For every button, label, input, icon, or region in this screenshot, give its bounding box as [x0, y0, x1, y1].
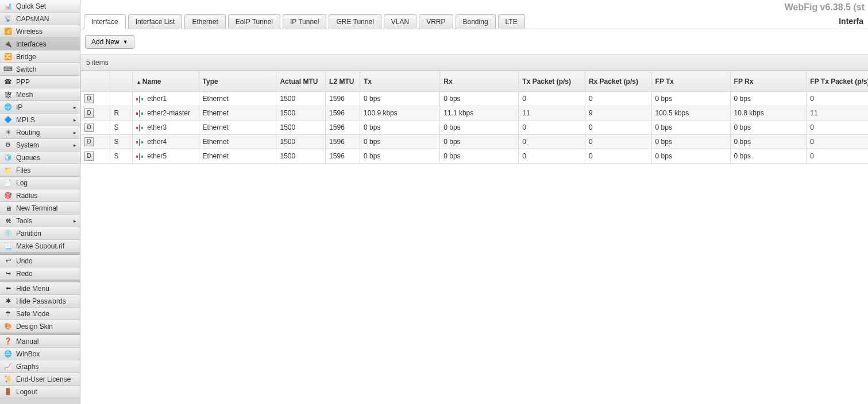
table-row[interactable]: DS ether3Ethernet150015960 bps0 bps000 b…	[81, 121, 869, 135]
sidebar-item-graphs[interactable]: 📈Graphs	[0, 360, 80, 373]
tab-interface[interactable]: Interface	[84, 14, 126, 29]
cell: 11	[519, 106, 585, 121]
cell: Ethernet	[199, 92, 276, 106]
svg-rect-8	[139, 125, 140, 131]
sidebar-item-redo[interactable]: ↪Redo	[0, 267, 80, 280]
sidebar-item-label: Safe Mode	[16, 310, 49, 318]
disable-button[interactable]: D	[84, 108, 94, 118]
col-header[interactable]: L2 MTU	[326, 71, 360, 92]
sidebar-item-ip[interactable]: 🌐IP▸	[0, 101, 80, 114]
cell: R	[110, 106, 133, 121]
col-header[interactable]: Type	[199, 71, 276, 92]
sidebar-item-logout[interactable]: 🚪Logout	[0, 386, 80, 398]
sidebar-item-hide-passwords[interactable]: ✱Hide Passwords	[0, 295, 80, 308]
table-row[interactable]: DS ether4Ethernet150015960 bps0 bps000 b…	[81, 135, 869, 149]
col-header[interactable]	[110, 71, 133, 92]
sidebar-item-ppp[interactable]: ☎PPP	[0, 76, 80, 88]
svg-rect-0	[136, 98, 138, 100]
cell: 1500	[276, 135, 326, 149]
col-header[interactable]: ▲Name	[132, 71, 199, 92]
sidebar-item-switch[interactable]: ⌨Switch	[0, 63, 80, 76]
tab-vlan[interactable]: VLAN	[384, 14, 416, 29]
col-header[interactable]: Tx	[360, 71, 440, 92]
hide-menu-icon: ⬅	[3, 284, 13, 293]
sidebar-item-system[interactable]: ⚙System▸	[0, 139, 80, 152]
table-row[interactable]: DR ether2-masterEthernet15001596100.9 kb…	[81, 106, 869, 121]
tab-bonding[interactable]: Bonding	[456, 14, 496, 29]
table-row[interactable]: D ether1Ethernet150015960 bps0 bps000 bp…	[81, 92, 869, 106]
svg-rect-1	[141, 98, 143, 100]
tab-lte[interactable]: LTE	[498, 14, 525, 29]
table-wrap: ▲NameTypeActual MTUL2 MTUTxRxTx Packet (…	[80, 71, 868, 164]
tab-interface-list[interactable]: Interface List	[128, 14, 183, 29]
sidebar-item-undo[interactable]: ↩Undo	[0, 255, 80, 267]
sidebar-item-mpls[interactable]: 🔷MPLS▸	[0, 114, 80, 126]
disable-button[interactable]: D	[84, 152, 94, 161]
app-title: WebFig v6.38.5 (st	[785, 2, 865, 13]
cell: 0 bps	[730, 135, 807, 149]
col-header[interactable]: FP Tx Packet (p/s)	[807, 71, 868, 92]
tab-ethernet[interactable]: Ethernet	[184, 14, 225, 29]
tower-icon: 📡	[3, 14, 13, 24]
tab-vrrp[interactable]: VRRP	[419, 14, 453, 29]
sidebar-item-safe-mode[interactable]: ☂Safe Mode	[0, 308, 80, 320]
skin-icon: 🎨	[3, 322, 13, 331]
cell: 0	[585, 121, 651, 135]
sidebar-item-queues[interactable]: 🧊Queues	[0, 152, 80, 164]
tab-ip-tunnel[interactable]: IP Tunnel	[283, 14, 326, 29]
sidebar-item-interfaces[interactable]: 🔌Interfaces	[0, 38, 80, 50]
page-title: Interfa	[839, 17, 865, 26]
gauge-icon: 📊	[3, 2, 13, 11]
add-new-button[interactable]: Add New ▼	[85, 35, 134, 49]
disable-button[interactable]: D	[84, 94, 94, 103]
cell: S	[110, 135, 133, 149]
cell: ether1	[132, 92, 199, 106]
cell: 9	[585, 106, 651, 121]
cell: 1500	[276, 92, 326, 106]
sidebar-item-winbox[interactable]: 🌐WinBox	[0, 348, 80, 360]
sidebar-item-manual[interactable]: ❓Manual	[0, 335, 80, 348]
sidebar-item-bridge[interactable]: 🔀Bridge	[0, 50, 80, 63]
sidebar-item-hide-menu[interactable]: ⬅Hide Menu	[0, 282, 80, 295]
sidebar-item-routing[interactable]: ✳Routing▸	[0, 126, 80, 139]
sidebar-item-radius[interactable]: 🎯Radius	[0, 189, 80, 202]
cell: 0	[519, 135, 585, 149]
col-header[interactable]: FP Tx	[651, 71, 730, 92]
main-content: WebFig v6.38.5 (st InterfaceInterface Li…	[80, 0, 868, 404]
tab-eoip-tunnel[interactable]: EoIP Tunnel	[228, 14, 280, 29]
sidebar-item-design-skin[interactable]: 🎨Design Skin	[0, 320, 80, 333]
col-header[interactable]	[81, 71, 110, 92]
col-header[interactable]: Rx	[440, 71, 519, 92]
sidebar-item-label: Radius	[16, 192, 37, 200]
sidebar-item-new-terminal[interactable]: 🖥New Terminal	[0, 202, 80, 215]
sidebar-item-wireless[interactable]: 📶Wireless	[0, 25, 80, 38]
sidebar-item-tools[interactable]: 🛠Tools▸	[0, 215, 80, 227]
sidebar-item-capsman[interactable]: 📡CAPsMAN	[0, 13, 80, 25]
redo-icon: ↪	[3, 269, 13, 278]
tabs-row: InterfaceInterface ListEthernetEoIP Tunn…	[80, 14, 868, 29]
cell: 0 bps	[651, 121, 730, 135]
sidebar-item-partition[interactable]: 💿Partition	[0, 227, 80, 240]
sidebar-item-files[interactable]: 📁Files	[0, 164, 80, 177]
submenu-arrow-icon: ▸	[74, 104, 76, 110]
sidebar-item-make-supout-rif[interactable]: 📃Make Supout.rif	[0, 240, 80, 252]
cell: 100.9 kbps	[360, 106, 440, 121]
col-header[interactable]: Actual MTU	[276, 71, 326, 92]
sidebar-item-label: WinBox	[16, 350, 40, 358]
col-header[interactable]: Tx Packet (p/s)	[519, 71, 585, 92]
tabs: InterfaceInterface ListEthernetEoIP Tunn…	[84, 14, 525, 29]
table-row[interactable]: DS ether5Ethernet150015960 bps0 bps000 b…	[81, 149, 869, 164]
svg-rect-12	[136, 156, 138, 158]
tab-gre-tunnel[interactable]: GRE Tunnel	[329, 14, 381, 29]
sidebar-item-label: Partition	[16, 230, 41, 238]
col-header[interactable]: FP Rx	[730, 71, 807, 92]
cell: 1500	[276, 149, 326, 164]
disable-button[interactable]: D	[84, 123, 94, 132]
col-header[interactable]: Rx Packet (p/s)	[585, 71, 651, 92]
cell: D	[81, 149, 110, 164]
disable-button[interactable]: D	[84, 137, 94, 146]
sidebar-item-quick-set[interactable]: 📊Quick Set	[0, 0, 80, 13]
sidebar-item-end-user-license[interactable]: 📜End-User License	[0, 373, 80, 386]
sidebar-item-log[interactable]: 📄Log	[0, 177, 80, 189]
sidebar-item-mesh[interactable]: 🕸Mesh	[0, 88, 80, 101]
